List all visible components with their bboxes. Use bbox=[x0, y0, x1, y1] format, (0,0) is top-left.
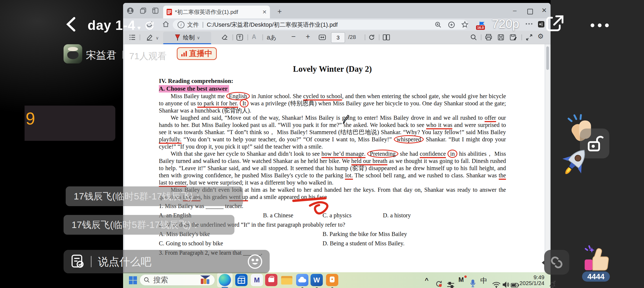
tray-chevron-icon[interactable]: ^ bbox=[425, 277, 429, 288]
pdf-viewport[interactable]: Lovely Winter (Day 2) IV. Reading compre… bbox=[123, 44, 551, 272]
window-minimize-icon[interactable]: – bbox=[510, 7, 519, 14]
toolbar-divider bbox=[379, 34, 379, 40]
rotate-icon[interactable] bbox=[368, 34, 375, 41]
link-icon bbox=[549, 254, 565, 270]
word-app-icon[interactable]: W bbox=[311, 274, 323, 286]
tab-close-icon[interactable]: ✕ bbox=[262, 9, 267, 15]
red-underline-annotation: to park it for her. bbox=[197, 100, 238, 108]
page-view-icon[interactable] bbox=[383, 34, 390, 41]
expand-icon[interactable] bbox=[526, 34, 533, 41]
header-divider bbox=[122, 51, 123, 59]
music-glyph bbox=[268, 278, 274, 282]
pdf-settings-gear-icon[interactable]: ⚙ bbox=[537, 32, 544, 41]
toolbar-divider bbox=[481, 34, 481, 40]
notification-bell-icon[interactable] bbox=[549, 276, 556, 288]
toolbar-divider bbox=[248, 34, 248, 40]
windows-start-icon[interactable] bbox=[129, 276, 137, 284]
gift-number: 9 bbox=[26, 109, 35, 129]
print-icon[interactable] bbox=[485, 34, 492, 41]
favorites-star-icon[interactable] bbox=[461, 21, 469, 28]
draw-chevron-icon: ∨ bbox=[197, 35, 200, 40]
browser-tab[interactable]: *初二寒假英语作业(1).pdf ✕ bbox=[163, 6, 270, 18]
page-number-input[interactable]: 3 bbox=[331, 32, 345, 43]
microphone-icon[interactable] bbox=[470, 276, 476, 288]
pdf-text-run: in Junior school. She bbox=[250, 93, 303, 99]
pdf-scrollbar[interactable] bbox=[546, 44, 549, 272]
zoom-page-icon[interactable] bbox=[434, 21, 442, 29]
chat-message[interactable]: 17钱辰飞(临时5群-17钱辰飞)： bbox=[66, 186, 243, 206]
music-app-icon[interactable] bbox=[265, 274, 277, 286]
draw-tool-button[interactable]: 绘制 ∨ bbox=[163, 32, 211, 43]
address-url[interactable]: C:/Users/宋益君/Desktop/初二寒假英语作业(1).pdf bbox=[207, 21, 338, 29]
browser-menu-icon[interactable] bbox=[526, 23, 532, 25]
reading-mode-icon[interactable] bbox=[448, 21, 455, 29]
eraser-icon[interactable] bbox=[221, 34, 228, 41]
back-icon[interactable] bbox=[65, 17, 77, 32]
red-underline-annotation: who it was bbox=[426, 122, 453, 129]
zoom-in-icon[interactable]: + bbox=[306, 32, 310, 41]
toolbar-divider bbox=[262, 34, 263, 40]
stream-quality[interactable]: 720p bbox=[492, 17, 519, 31]
tray-m-notification-dot bbox=[464, 275, 467, 278]
like-count-badge[interactable]: 4444 bbox=[582, 271, 610, 282]
orange-app-icon[interactable] bbox=[326, 274, 338, 286]
page-total: /28 bbox=[348, 34, 356, 40]
share-screen-icon[interactable] bbox=[544, 13, 566, 35]
read-aloud-icon[interactable]: A bbox=[252, 33, 256, 41]
new-tab-icon[interactable]: + bbox=[277, 7, 282, 16]
option: B. Parking the bike for Miss Bailey bbox=[323, 230, 407, 238]
edge-app-icon[interactable] bbox=[219, 274, 231, 286]
pdf-text-run: With that she gave her cycle to Shankar … bbox=[171, 150, 321, 157]
window-maximize-icon[interactable] bbox=[527, 9, 533, 14]
tray-m-icon[interactable]: M bbox=[458, 276, 464, 288]
wifi-icon[interactable] bbox=[492, 277, 501, 288]
more-menu-icon[interactable] bbox=[591, 23, 609, 27]
toc-icon[interactable] bbox=[129, 34, 136, 41]
profile-icon[interactable] bbox=[127, 7, 134, 14]
red-circle-annotation: It bbox=[240, 99, 249, 107]
fit-width-icon[interactable] bbox=[319, 34, 326, 41]
m-app-icon[interactable]: M bbox=[251, 274, 263, 286]
stream-title: day 1-4 bbox=[88, 18, 135, 33]
thumbs-up-emoji[interactable] bbox=[581, 244, 610, 272]
cloud-app-icon[interactable] bbox=[296, 274, 308, 286]
red-underline-annotation: offer bbox=[485, 114, 496, 122]
page-info-icon[interactable]: i bbox=[178, 21, 184, 28]
highlighter-chevron-icon[interactable]: ∨ bbox=[156, 35, 159, 41]
address-bar[interactable]: i 文件 C:/Users/宋益君/Desktop/初二寒假英语作业(1).pd… bbox=[173, 20, 468, 30]
workspaces-icon[interactable] bbox=[140, 7, 147, 14]
chat-input-bar[interactable]: 说点什么吧 bbox=[64, 250, 270, 273]
ime-indicator[interactable]: 中 bbox=[480, 276, 487, 288]
tray-clock[interactable]: 9:49 2025/1/24 bbox=[518, 274, 544, 286]
taskbar-search[interactable]: 搜索 bbox=[140, 274, 215, 286]
mixer-icon[interactable] bbox=[447, 277, 455, 288]
live-label: 直播中 bbox=[189, 48, 212, 59]
mirror-link-button[interactable] bbox=[544, 250, 569, 275]
draw-pen-icon bbox=[174, 34, 181, 41]
home-icon[interactable] bbox=[162, 21, 170, 28]
save-as-icon[interactable] bbox=[510, 34, 517, 41]
store-app-icon[interactable] bbox=[235, 274, 248, 286]
chat-message[interactable]: 17钱辰飞(临时5群-17钱辰飞)： bbox=[64, 215, 234, 235]
option: D. Being a student of Miss Bailey. bbox=[323, 239, 405, 247]
speaker-icon[interactable] bbox=[502, 277, 510, 288]
task-list-icon[interactable] bbox=[70, 254, 84, 269]
emoji-icon[interactable] bbox=[247, 254, 263, 269]
zoom-out-icon[interactable]: − bbox=[291, 32, 296, 41]
tab-title: *初二寒假英语作业(1).pdf bbox=[175, 8, 260, 16]
red-underline-annotation: confidence bbox=[420, 150, 446, 158]
save-icon[interactable] bbox=[497, 34, 504, 41]
browser-address-row: i 文件 C:/Users/宋益君/Desktop/初二寒假英语作业(1).pd… bbox=[123, 18, 551, 31]
search-icon[interactable] bbox=[470, 34, 477, 41]
text-box-icon[interactable] bbox=[236, 34, 243, 41]
refresh-stream-icon[interactable] bbox=[144, 20, 155, 31]
highlighter-icon[interactable] bbox=[146, 34, 153, 41]
sync-recording-icon[interactable] bbox=[435, 276, 443, 288]
scrollbar-thumb[interactable] bbox=[546, 46, 549, 70]
pdf-paragraphs: Miss Bailey taught me English in Junior … bbox=[159, 93, 506, 201]
explorer-app-icon[interactable] bbox=[281, 274, 293, 286]
tab-actions-icon[interactable] bbox=[152, 7, 159, 14]
translate-icon[interactable]: aあ bbox=[267, 33, 276, 42]
red-underline-annotation: held our breath bbox=[351, 158, 387, 165]
streamer-avatar[interactable] bbox=[64, 44, 82, 63]
